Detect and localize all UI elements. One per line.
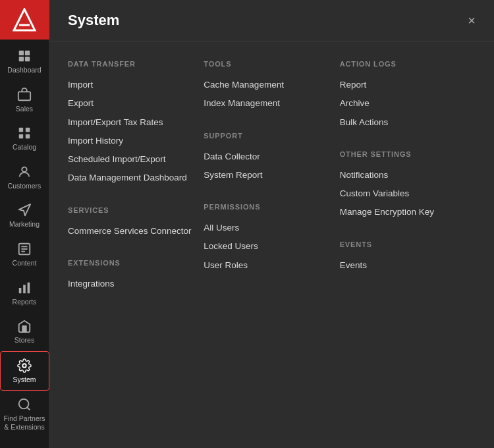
sidebar-item-stores[interactable]: Stores: [0, 312, 49, 351]
main-header: System ×: [49, 0, 494, 42]
sidebar-item-customers[interactable]: Customers: [0, 158, 49, 197]
menu-column-1: ToolsCache ManagementIndex ManagementSup…: [204, 60, 339, 430]
svg-rect-6: [18, 92, 30, 100]
svg-marker-0: [14, 9, 35, 30]
customers-icon: [17, 165, 32, 179]
svg-rect-18: [28, 282, 30, 293]
sales-label: Sales: [16, 105, 33, 113]
svg-rect-3: [25, 51, 30, 55]
svg-rect-9: [19, 134, 23, 138]
partners-icon: [17, 397, 32, 412]
menu-column-2: Action LogsReportArchiveBulk ActionsOthe…: [340, 60, 476, 430]
svg-point-20: [19, 399, 29, 409]
marketing-icon: [17, 203, 32, 217]
close-button[interactable]: ×: [468, 14, 476, 27]
menu-section-support: SupportData CollectorSystem Report: [204, 132, 339, 185]
logo[interactable]: [0, 0, 49, 40]
content-label: Content: [13, 259, 37, 267]
svg-point-11: [22, 167, 26, 171]
svg-rect-2: [19, 51, 24, 55]
page-title: System: [68, 12, 119, 29]
menu-section-data-transfer: Data TransferImportExportImport/Export T…: [68, 60, 204, 188]
menu-link-bulk-actions[interactable]: Bulk Actions: [340, 113, 476, 132]
svg-rect-17: [23, 285, 26, 293]
menu-link-index-management[interactable]: Index Management: [204, 94, 339, 113]
menu-link-system-report[interactable]: System Report: [204, 166, 339, 184]
svg-rect-16: [19, 288, 22, 293]
menu-link-custom-variables[interactable]: Custom Variables: [340, 184, 476, 203]
menu-link-data-management-dashboard[interactable]: Data Management Dashboard: [68, 169, 204, 187]
stores-icon: [17, 319, 32, 333]
section-header-events: Events: [340, 240, 476, 248]
sidebar-item-dashboard[interactable]: Dashboard: [0, 42, 49, 81]
section-header-permissions: Permissions: [204, 203, 339, 211]
svg-rect-7: [19, 128, 23, 132]
menu-section-permissions: PermissionsAll UsersLocked UsersUser Rol…: [204, 203, 339, 275]
marketing-label: Marketing: [9, 220, 40, 229]
menu-link-cache-management[interactable]: Cache Management: [204, 76, 339, 94]
svg-rect-5: [25, 57, 30, 61]
sidebar-item-catalog[interactable]: Catalog: [0, 119, 49, 158]
dashboard-icon: [17, 49, 32, 63]
menu-link-user-roles[interactable]: User Roles: [204, 256, 339, 275]
svg-point-19: [22, 364, 26, 368]
menu-column-0: Data TransferImportExportImport/Export T…: [68, 60, 204, 430]
menu-link-locked-users[interactable]: Locked Users: [204, 237, 339, 256]
catalog-label: Catalog: [13, 143, 36, 152]
section-header-support: Support: [204, 132, 339, 140]
catalog-icon: [17, 126, 32, 140]
customers-label: Customers: [8, 182, 41, 190]
menu-link-events[interactable]: Events: [340, 256, 476, 275]
menu-link-data-collector[interactable]: Data Collector: [204, 148, 339, 166]
menu-link-export[interactable]: Export: [68, 94, 204, 113]
sidebar-item-system[interactable]: System: [0, 351, 49, 391]
sidebar-item-sales[interactable]: Sales: [0, 81, 49, 120]
menu-section-action-logs: Action LogsReportArchiveBulk Actions: [340, 60, 476, 132]
menu-section-services: ServicesCommerce Services Connector: [68, 206, 204, 240]
sales-icon: [17, 88, 32, 102]
section-header-data-transfer: Data Transfer: [68, 60, 204, 68]
reports-icon: [17, 281, 32, 295]
main-panel: System × Data TransferImportExportImport…: [49, 0, 494, 448]
svg-line-21: [27, 408, 30, 410]
sidebar-item-content[interactable]: Content: [0, 235, 49, 274]
sidebar-item-find-partners[interactable]: Find Partners & Extensions: [0, 391, 49, 437]
adobe-logo-icon: [13, 8, 36, 32]
menu-section-extensions: ExtensionsIntegrations: [68, 259, 204, 293]
system-icon: [17, 358, 32, 373]
reports-label: Reports: [13, 298, 37, 306]
content-icon: [17, 242, 32, 256]
svg-rect-8: [26, 128, 30, 132]
menu-link-archive[interactable]: Archive: [340, 94, 476, 113]
menu-link-scheduled-importexport[interactable]: Scheduled Import/Export: [68, 150, 204, 169]
menu-section-tools: ToolsCache ManagementIndex Management: [204, 60, 339, 113]
menu-link-notifications[interactable]: Notifications: [340, 166, 476, 184]
section-header-tools: Tools: [204, 60, 339, 68]
menu-link-import[interactable]: Import: [68, 76, 204, 94]
system-label: System: [13, 376, 36, 384]
menu-section-events: EventsEvents: [340, 240, 476, 275]
menu-link-all-users[interactable]: All Users: [204, 219, 339, 237]
svg-rect-4: [19, 57, 24, 61]
menu-grid: Data TransferImportExportImport/Export T…: [49, 42, 494, 448]
menu-link-import-history[interactable]: Import History: [68, 132, 204, 150]
menu-link-report[interactable]: Report: [340, 76, 476, 94]
stores-label: Stores: [14, 336, 34, 345]
menu-link-importexport-tax-rates[interactable]: Import/Export Tax Rates: [68, 113, 204, 132]
sidebar-item-reports[interactable]: Reports: [0, 274, 49, 313]
sidebar-item-marketing[interactable]: Marketing: [0, 196, 49, 235]
menu-link-commerce-services-connector[interactable]: Commerce Services Connector: [68, 222, 204, 240]
menu-link-manage-encryption-key[interactable]: Manage Encryption Key: [340, 203, 476, 221]
section-header-action-logs: Action Logs: [340, 60, 476, 68]
menu-link-integrations[interactable]: Integrations: [68, 275, 204, 293]
svg-rect-10: [26, 134, 30, 138]
find-partners-label: Find Partners & Extensions: [3, 414, 47, 431]
dashboard-label: Dashboard: [7, 66, 41, 74]
menu-section-other-settings: Other SettingsNotificationsCustom Variab…: [340, 150, 476, 222]
sidebar: Dashboard Sales Catalog Customers Market…: [0, 0, 49, 448]
section-header-other-settings: Other Settings: [340, 150, 476, 158]
section-header-extensions: Extensions: [68, 259, 204, 267]
section-header-services: Services: [68, 206, 204, 214]
